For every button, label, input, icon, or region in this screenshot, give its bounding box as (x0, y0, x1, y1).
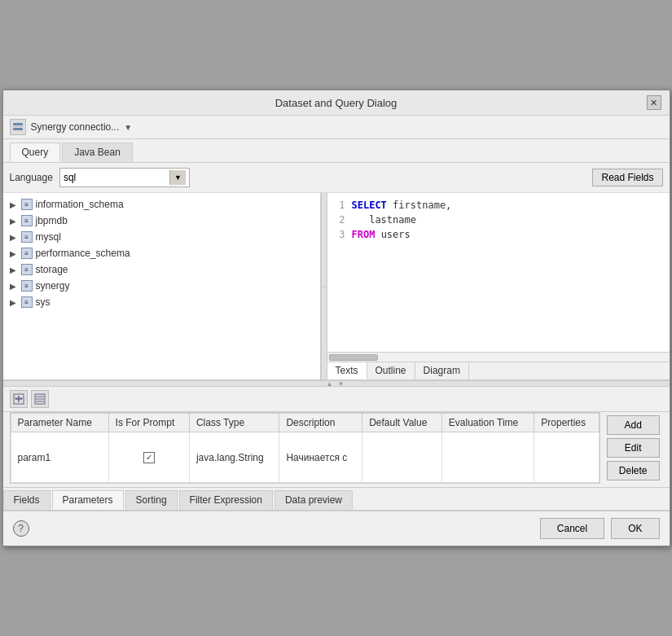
horizontal-splitter[interactable]: ▲ ▼ (3, 380, 670, 387)
tree-item-sys[interactable]: ▶ ≡ sys (3, 294, 320, 310)
db-icon: ≡ (21, 231, 33, 243)
language-dropdown-btn[interactable]: ▼ (169, 170, 186, 185)
tree-arrow: ▶ (10, 200, 18, 209)
tree-label: information_schema (36, 199, 124, 210)
tree-label: performance_schema (36, 248, 130, 259)
tree-label: storage (36, 264, 68, 275)
tree-label: jbpmdb (36, 215, 68, 226)
main-tabs: Query Java Bean (3, 139, 670, 163)
editor-tabs: Texts Outline Diagram (327, 362, 670, 379)
code-content: FROM users (352, 227, 411, 242)
scroll-thumb[interactable] (329, 354, 378, 361)
code-content: lastname (352, 213, 416, 227)
db-icon: ≡ (21, 264, 33, 275)
code-line-2: 2 lastname (332, 213, 665, 227)
tree-arrow: ▶ (10, 217, 18, 226)
bottom-toolbar (3, 387, 670, 412)
cell-param-name: param1 (11, 432, 108, 483)
delete-button[interactable]: Delete (607, 461, 660, 480)
tree-arrow: ▶ (10, 282, 18, 291)
params-table: Parameter Name Is For Prompt Class Type … (11, 413, 600, 483)
col-properties: Properties (534, 414, 600, 432)
keyword-select: SELECT (352, 200, 387, 211)
tree-label: sys (36, 296, 51, 308)
tab-diagram[interactable]: Diagram (415, 362, 469, 379)
code-content: SELECT firstname, (352, 198, 452, 213)
close-button[interactable]: ✕ (647, 95, 661, 110)
tab-query[interactable]: Query (10, 143, 61, 162)
cell-default-value (362, 432, 442, 483)
tree-item-performance-schema[interactable]: ▶ ≡ performance_schema (3, 245, 320, 261)
tab-outline[interactable]: Outline (367, 362, 415, 379)
tree-item-information-schema[interactable]: ▶ ≡ information_schema (3, 196, 320, 213)
tree-item-jbpmdb[interactable]: ▶ ≡ jbpmdb (3, 213, 320, 229)
tree-arrow: ▶ (10, 233, 18, 242)
help-button[interactable]: ? (13, 520, 29, 537)
language-row: Language sql ▼ Read Fields (3, 163, 670, 193)
params-table-container: Parameter Name Is For Prompt Class Type … (10, 412, 600, 484)
add-row-icon[interactable] (10, 390, 28, 408)
read-fields-button[interactable]: Read Fields (592, 169, 662, 186)
tree-arrow: ▶ (10, 249, 18, 258)
language-select[interactable]: sql ▼ (59, 168, 190, 187)
footer-buttons: Cancel OK (540, 518, 660, 539)
connection-dropdown-arrow[interactable]: ▼ (124, 123, 132, 132)
code-line-3: 3 FROM users (332, 227, 665, 242)
tab-filter-expression[interactable]: Filter Expression (179, 490, 273, 510)
col-parameter-name: Parameter Name (11, 414, 108, 432)
keyword-from: FROM (352, 229, 376, 240)
tab-sorting[interactable]: Sorting (125, 490, 178, 510)
db-icon: ≡ (21, 199, 33, 210)
tree-item-storage[interactable]: ▶ ≡ storage (3, 261, 320, 278)
edit-button[interactable]: Edit (607, 438, 660, 458)
footer: ? Cancel OK (3, 511, 670, 546)
tab-fields[interactable]: Fields (3, 490, 51, 510)
ok-button[interactable]: OK (611, 518, 659, 539)
title-bar: Dataset and Query Dialog ✕ (3, 90, 670, 116)
col-description: Description (279, 414, 362, 432)
cell-class-type: java.lang.String (189, 432, 279, 483)
table-row[interactable]: param1 ✓ java.lang.String Начинается с (11, 432, 599, 483)
connection-label: Synergy connectio... (31, 121, 120, 133)
cell-description: Начинается с (279, 432, 362, 483)
language-value: sql (64, 172, 169, 183)
action-buttons: Add Edit Delete (604, 412, 663, 484)
tab-parameters[interactable]: Parameters (52, 490, 124, 510)
cancel-button[interactable]: Cancel (540, 518, 604, 539)
db-icon: ≡ (21, 296, 33, 308)
horizontal-scrollbar[interactable] (327, 352, 670, 362)
code-text: users (375, 229, 410, 240)
tree-arrow: ▶ (10, 298, 18, 307)
code-line-1: 1 SELECT firstname, (332, 198, 665, 213)
dialog: Dataset and Query Dialog ✕ Synergy conne… (2, 90, 670, 546)
line-number: 3 (332, 227, 345, 242)
tab-data-preview[interactable]: Data preview (275, 490, 353, 510)
main-content: ▶ ≡ information_schema ▶ ≡ jbpmdb ▶ ≡ my… (3, 193, 670, 380)
language-label: Language (10, 172, 53, 183)
tree-item-synergy[interactable]: ▶ ≡ synergy (3, 278, 320, 294)
tab-texts[interactable]: Texts (327, 362, 367, 379)
db-icon: ≡ (21, 280, 33, 292)
cell-properties (534, 432, 600, 483)
tab-java-bean[interactable]: Java Bean (62, 143, 133, 162)
tree-label: mysql (36, 231, 61, 243)
col-default-value: Default Value (362, 414, 442, 432)
line-number: 1 (332, 198, 345, 213)
add-button[interactable]: Add (607, 415, 660, 435)
db-icon: ≡ (21, 215, 33, 226)
schema-tree: ▶ ≡ information_schema ▶ ≡ jbpmdb ▶ ≡ my… (3, 193, 321, 379)
tree-arrow: ▶ (10, 265, 18, 274)
bottom-tabs: Fields Parameters Sorting Filter Express… (3, 487, 670, 511)
checkbox-is-for-prompt[interactable]: ✓ (143, 452, 155, 463)
code-editor[interactable]: 1 SELECT firstname, 2 lastname 3 FROM us… (327, 193, 670, 352)
svg-rect-1 (13, 126, 23, 127)
list-icon[interactable] (31, 390, 49, 408)
line-number: 2 (332, 213, 345, 227)
col-is-for-prompt: Is For Prompt (108, 414, 189, 432)
svg-rect-2 (13, 128, 23, 130)
tree-item-mysql[interactable]: ▶ ≡ mysql (3, 229, 320, 245)
vertical-splitter[interactable]: ⋮ (321, 193, 327, 379)
params-area: Parameter Name Is For Prompt Class Type … (10, 412, 663, 484)
tree-label: synergy (36, 280, 70, 292)
cell-is-for-prompt[interactable]: ✓ (108, 432, 189, 483)
